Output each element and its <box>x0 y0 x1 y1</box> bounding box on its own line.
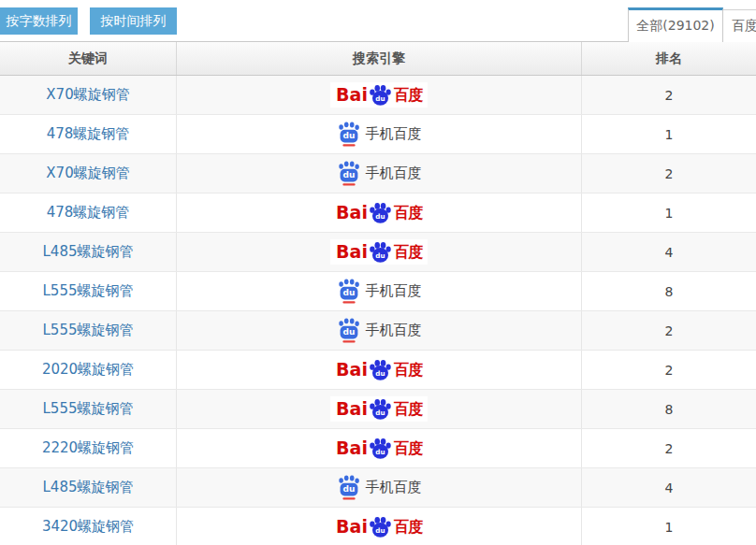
rank-cell: 2 <box>582 311 756 350</box>
mobile-baidu-icon: du <box>337 475 361 500</box>
baidu-du-text: du <box>375 369 385 378</box>
rank-cell: 2 <box>582 351 756 389</box>
baidu-pc-logo: Bai du 百度 <box>330 436 428 461</box>
baidu-du-text: du <box>375 251 385 260</box>
baidu-cn-text: 百度 <box>394 441 422 456</box>
keyword-cell: L485螺旋钢管 <box>0 233 177 271</box>
table-header: 关键词 搜索引擎 排名 <box>0 42 756 76</box>
engine-cell: Bai du 百度 <box>177 429 582 467</box>
keyword-link[interactable]: 478螺旋钢管 <box>47 125 130 143</box>
keyword-cell: L555螺旋钢管 <box>0 390 177 428</box>
mobile-baidu-icon: du <box>337 279 361 304</box>
mobile-icon-underline <box>342 340 355 342</box>
baidu-du-text: du <box>375 212 385 221</box>
tab-baidu[interactable]: 百度 <box>723 9 756 42</box>
rank-cell: 4 <box>582 233 756 271</box>
rank-table: 关键词 搜索引擎 排名 X70螺旋钢管 Bai du <box>0 41 756 545</box>
table-row: X70螺旋钢管 Bai du 百度 <box>0 154 756 194</box>
keyword-cell: L485螺旋钢管 <box>0 468 177 507</box>
rank-value: 2 <box>665 88 674 103</box>
keyword-link[interactable]: X70螺旋钢管 <box>46 165 129 182</box>
sort-by-words-button[interactable]: 按字数排列 <box>0 7 78 35</box>
rank-cell: 1 <box>582 508 756 545</box>
header-keyword: 关键词 <box>0 42 177 75</box>
rank-value: 2 <box>665 323 674 338</box>
tab-all[interactable]: 全部(29102) <box>628 7 723 42</box>
baidu-mobile-engine: du 手机百度 <box>337 475 422 500</box>
baidu-cn-text: 百度 <box>394 206 422 221</box>
baidu-du-text: du <box>375 409 385 417</box>
rank-cell: 2 <box>582 76 756 114</box>
keyword-link[interactable]: L485螺旋钢管 <box>43 479 134 496</box>
rank-cell: 2 <box>582 154 756 193</box>
baidu-pc-logo: Bai du 百度 <box>330 200 428 225</box>
rank-value: 1 <box>665 127 674 142</box>
baidu-bai-text: Bai <box>336 361 368 379</box>
engine-cell: Bai du 百度 <box>177 76 582 114</box>
baidu-mobile-engine: du 手机百度 <box>337 279 422 304</box>
baidu-paw-icon: du <box>369 84 392 106</box>
sort-by-time-button[interactable]: 按时间排列 <box>90 7 177 35</box>
keyword-cell: 478螺旋钢管 <box>0 194 177 232</box>
rank-value: 1 <box>665 520 674 535</box>
keyword-link[interactable]: L555螺旋钢管 <box>43 322 134 339</box>
rank-value: 2 <box>665 166 674 181</box>
mobile-icon-underline <box>342 183 355 185</box>
baidu-bai-text: Bai <box>336 439 368 457</box>
table-row: X70螺旋钢管 Bai du 百度 <box>0 76 756 115</box>
baidu-bai-text: Bai <box>336 204 368 222</box>
baidu-bai-text: Bai <box>336 86 368 104</box>
keyword-cell: L555螺旋钢管 <box>0 311 177 350</box>
keyword-link[interactable]: X70螺旋钢管 <box>46 86 129 104</box>
keyword-link[interactable]: 3420螺旋钢管 <box>42 518 134 536</box>
table-row: L555螺旋钢管 Bai du 百度 <box>0 311 756 351</box>
keyword-cell: X70螺旋钢管 <box>0 154 177 193</box>
baidu-pc-logo: Bai du 百度 <box>330 396 428 422</box>
keyword-cell: 3420螺旋钢管 <box>0 508 177 545</box>
rank-value: 2 <box>665 441 674 456</box>
rank-cell: 4 <box>582 468 756 507</box>
table-row: 2020螺旋钢管 Bai du 百度 <box>0 351 756 390</box>
engine-cell: Bai du 百度 <box>177 468 582 507</box>
rank-cell: 2 <box>582 429 756 467</box>
baidu-paw-icon: du <box>369 398 392 420</box>
mobile-baidu-icon: du <box>337 318 361 343</box>
rank-cell: 1 <box>582 115 756 153</box>
tab-bar: 全部(29102) 百度 <box>628 7 756 42</box>
baidu-pc-logo: Bai du 百度 <box>330 82 428 108</box>
engine-cell: Bai du 百度 <box>177 233 582 271</box>
mobile-du-text: du <box>342 288 355 297</box>
baidu-pc-logo: Bai du 百度 <box>330 239 428 265</box>
mobile-icon-underline <box>342 301 355 303</box>
engine-cell: Bai du 百度 <box>177 272 582 310</box>
baidu-cn-text: 百度 <box>394 88 422 103</box>
header-rank: 排名 <box>582 42 756 75</box>
baidu-paw-icon: du <box>369 359 392 380</box>
baidu-cn-text: 百度 <box>394 363 422 378</box>
keyword-link[interactable]: L555螺旋钢管 <box>43 282 134 300</box>
mobile-du-text: du <box>342 484 355 494</box>
engine-cell: Bai du 百度 <box>177 154 582 193</box>
baidu-cn-text: 百度 <box>394 402 422 417</box>
baidu-pc-logo: Bai du 百度 <box>330 514 428 539</box>
rank-value: 1 <box>665 206 674 221</box>
keyword-link[interactable]: 478螺旋钢管 <box>47 204 130 222</box>
keyword-link[interactable]: L555螺旋钢管 <box>43 400 134 418</box>
engine-cell: Bai du 百度 <box>177 194 582 232</box>
baidu-bai-text: Bai <box>336 518 368 536</box>
mobile-icon-underline <box>342 497 355 499</box>
rank-value: 8 <box>665 284 674 299</box>
baidu-mobile-engine: du 手机百度 <box>337 122 422 147</box>
mobile-du-text: du <box>342 131 355 140</box>
table-row: L555螺旋钢管 Bai du 百度 <box>0 390 756 429</box>
mobile-baidu-label: 手机百度 <box>366 480 422 495</box>
baidu-du-text: du <box>375 526 385 535</box>
keyword-link[interactable]: L485螺旋钢管 <box>43 243 134 261</box>
engine-cell: Bai du 百度 <box>177 351 582 389</box>
keyword-link[interactable]: 2020螺旋钢管 <box>42 361 134 379</box>
mobile-baidu-icon: du <box>337 122 361 147</box>
table-row: L485螺旋钢管 Bai du 百度 <box>0 468 756 508</box>
keyword-link[interactable]: 2220螺旋钢管 <box>42 439 134 457</box>
table-body: X70螺旋钢管 Bai du 百度 <box>0 76 756 545</box>
mobile-baidu-label: 手机百度 <box>366 284 422 298</box>
